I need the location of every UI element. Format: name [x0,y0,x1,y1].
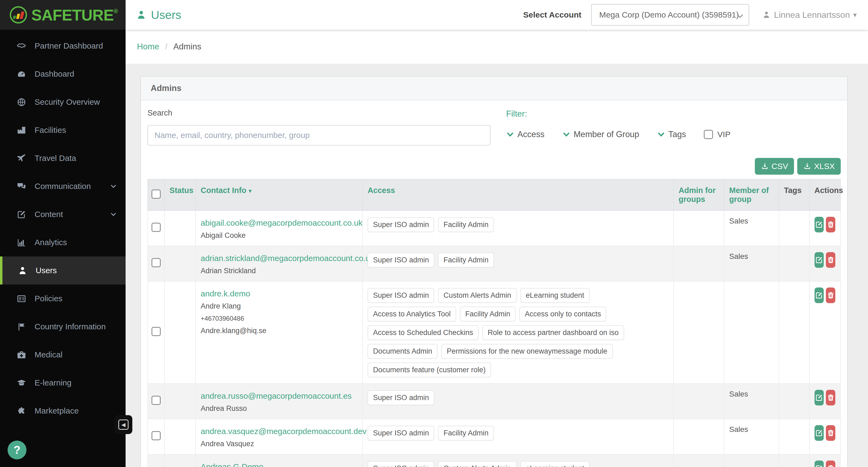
column-header-status[interactable]: Status [164,179,195,210]
delete-user-button[interactable] [826,461,835,467]
row-checkbox[interactable] [152,223,161,232]
sidebar-item-analytics[interactable]: Analytics [0,228,126,257]
column-header-contact-info[interactable]: Contact Info▾ [195,179,363,210]
export-xlsx-button[interactable]: XLSX [797,158,841,175]
access-badges: Super ISO adminFacility Admin [368,217,669,232]
sidebar-item-medical[interactable]: Medical [0,341,126,369]
sidebar-item-label: Medical [35,350,62,359]
delete-user-button[interactable] [826,425,835,441]
column-header-access[interactable]: Access [363,179,674,210]
user-email-link[interactable]: adrian.strickland@megacorpdemoaccount.co… [201,254,374,263]
sidebar-item-users[interactable]: Users [0,257,126,285]
sidebar-item-facilities[interactable]: Facilities [0,116,126,144]
sidebar: SAFETURE® Partner DashboardDashboardSecu… [0,0,126,467]
member-of-group-cell [724,454,779,467]
edit-user-button[interactable] [814,252,824,268]
medkit-icon [17,350,27,360]
column-header-tags[interactable]: Tags [779,179,809,210]
access-badge: Documents feature (customer role) [368,363,491,377]
topbar-right: Select Account Mega Corp (Demo Account) … [523,4,857,26]
delete-user-button[interactable] [826,217,835,232]
breadcrumb-home-link[interactable]: Home [137,42,159,52]
tags-cell [779,383,809,419]
vip-checkbox[interactable] [704,130,713,139]
delete-user-button[interactable] [826,390,835,405]
sidebar-item-security-overview[interactable]: Security Overview [0,88,126,116]
admin-for-groups-cell [674,383,724,419]
member-of-group-cell: Sales [724,419,779,454]
column-header-label: Contact Info [201,186,246,195]
table-row: andre.k.demoAndre Klang+46703960486Andre… [148,281,840,383]
filter-dropdown-member-of-group[interactable]: Member of Group [562,130,639,139]
sidebar-item-travel-data[interactable]: Travel Data [0,144,126,172]
user-email-link[interactable]: andrea.vasquez@megacorpdemoaccount.dev [201,427,367,436]
row-checkbox[interactable] [152,327,161,336]
edit-icon [815,464,824,467]
table-body: abigail.cooke@megacorpdemoaccount.co.ukA… [148,210,840,467]
status-cell [164,419,195,454]
column-header-actions[interactable]: Actions [809,179,840,210]
status-cell [164,246,195,281]
user-email-link[interactable]: Andreas.G.Demo [201,462,263,467]
breadcrumb: Home / Admins [126,30,868,64]
edit-user-button[interactable] [814,461,824,467]
edit-user-button[interactable] [814,288,824,303]
access-badge: Custom Alerts Admin [438,461,517,467]
row-checkbox[interactable] [152,396,161,405]
access-cell: Super ISO adminFacility Admin [363,210,674,246]
column-header-admin-for-groups[interactable]: Admin for groups [674,179,724,210]
delete-user-button[interactable] [826,288,835,303]
access-badge: Super ISO admin [368,288,434,303]
flag-icon [17,322,27,332]
gauge-icon [17,69,27,79]
access-badge: eLearning student [520,461,590,467]
sort-caret-icon: ▾ [248,187,252,194]
sidebar-item-marketplace[interactable]: Marketplace [0,397,126,425]
delete-user-button[interactable] [826,252,835,268]
help-button[interactable]: ? [7,440,27,460]
user-phone: +46703960486 [201,315,357,322]
export-csv-button[interactable]: CSV [755,158,794,175]
download-icon [761,162,769,170]
access-badge: Role to access partner dashboard on iso [482,325,624,340]
table-head: StatusContact Info▾AccessAdmin for group… [148,179,840,210]
sidebar-item-communication[interactable]: Communication [0,172,126,200]
sidebar-item-partner-dashboard[interactable]: Partner Dashboard [0,32,126,60]
sidebar-collapse-button[interactable]: ◀ [115,415,132,434]
select-all-checkbox[interactable] [152,190,161,199]
sidebar-item-policies[interactable]: Policies [0,285,126,312]
row-checkbox[interactable] [152,258,161,267]
vip-filter[interactable]: VIP [704,130,730,139]
edit-user-button[interactable] [814,217,824,232]
handshake-icon [17,41,27,51]
column-header-member-of-group[interactable]: Member of group [724,179,779,210]
access-badge: Permissions for the new onewaymessage mo… [441,344,613,359]
sidebar-item-label: E-learning [35,378,71,387]
filter-dropdown-tags[interactable]: Tags [657,130,686,139]
access-cell: Super ISO admin [363,383,674,419]
sidebar-item-e-learning[interactable]: E-learning [0,369,126,397]
logo[interactable]: SAFETURE® [0,0,126,30]
sidebar-item-country-information[interactable]: Country Information [0,312,126,341]
edit-icon [815,429,824,437]
user-email-link[interactable]: abigail.cooke@megacorpdemoaccount.co.uk [201,219,363,228]
search-input[interactable] [148,125,491,145]
row-checkbox[interactable] [152,431,161,440]
sidebar-item-label: Travel Data [35,154,76,163]
sidebar-item-dashboard[interactable]: Dashboard [0,60,126,88]
account-select[interactable]: Mega Corp (Demo Account) (3598591) [591,4,749,26]
edit-user-button[interactable] [814,390,824,405]
filter-dropdown-access[interactable]: Access [506,130,545,139]
filter-controls: AccessMember of GroupTagsVIP [506,130,731,139]
edit-user-button[interactable] [814,425,824,441]
access-cell: Super ISO adminFacility Admin [363,246,674,281]
user-email-link[interactable]: andre.k.demo [201,289,250,298]
user-email-link[interactable]: andrea.russo@megacorpdemoaccount.es [201,392,352,401]
actions-cell [809,281,840,383]
access-badge: Super ISO admin [368,461,434,467]
user-menu[interactable]: Linnea Lennartsson ▾ [762,10,857,20]
edit-icon [815,220,824,229]
member-of-group-cell: Sales [724,383,779,419]
sidebar-item-content[interactable]: Content [0,200,126,228]
user-name: Linnea Lennartsson [774,10,850,20]
